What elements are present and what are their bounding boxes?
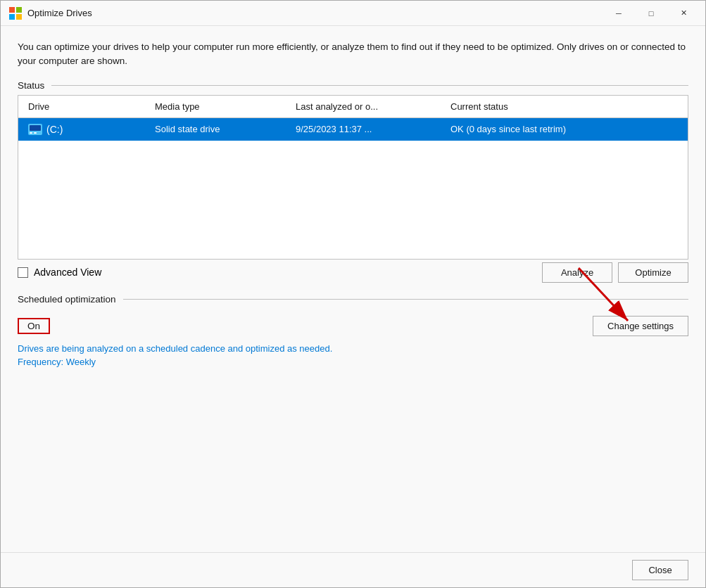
drive-cell: (C:) <box>24 121 151 138</box>
table-body: (C:) Solid state drive 9/25/2023 11:37 .… <box>18 118 688 259</box>
footer: Close <box>1 552 705 587</box>
drives-table: Drive Media type Last analyzed or o... C… <box>18 95 688 260</box>
col-media-type: Media type <box>151 98 291 115</box>
status-section-divider <box>51 85 688 86</box>
current-status-cell: OK (0 days since last retrim) <box>446 121 682 137</box>
scheduled-row: On Change settings <box>18 316 688 336</box>
scheduled-section-header: Scheduled optimization <box>18 294 688 305</box>
media-type-cell: Solid state drive <box>151 121 291 137</box>
col-current-status: Current status <box>446 98 682 115</box>
change-settings-button[interactable]: Change settings <box>593 316 688 336</box>
scheduled-section-title: Scheduled optimization <box>18 294 116 305</box>
scheduled-section: Scheduled optimization On Change setting… <box>18 294 688 367</box>
title-bar-left: Optimize Drives <box>9 7 92 20</box>
table-row[interactable]: (C:) Solid state drive 9/25/2023 11:37 .… <box>18 118 688 141</box>
maximize-button[interactable]: □ <box>635 3 667 24</box>
footer-close-button[interactable]: Close <box>632 560 688 580</box>
actions-row: Advanced View Analyze Optimize <box>18 262 688 283</box>
analyze-button[interactable]: Analyze <box>542 262 612 283</box>
title-bar: Optimize Drives ─ □ ✕ <box>1 1 705 26</box>
description-text: You can optimize your drives to help you… <box>18 40 688 69</box>
col-drive: Drive <box>24 98 151 115</box>
app-icon <box>9 7 22 20</box>
scheduled-section-divider <box>123 299 688 300</box>
close-button[interactable]: ✕ <box>667 3 700 24</box>
advanced-view-container: Advanced View <box>18 267 101 278</box>
table-header: Drive Media type Last analyzed or o... C… <box>18 96 688 118</box>
scheduled-frequency: Frequency: Weekly <box>18 357 688 367</box>
col-last-analyzed: Last analyzed or o... <box>291 98 446 115</box>
optimize-drives-window: Optimize Drives ─ □ ✕ You can optimize y… <box>0 0 706 588</box>
scheduled-description: Drives are being analyzed on a scheduled… <box>18 343 688 354</box>
drive-icon <box>28 124 42 135</box>
optimize-button[interactable]: Optimize <box>618 262 688 283</box>
last-analyzed-cell: 9/25/2023 11:37 ... <box>291 121 446 137</box>
advanced-view-checkbox[interactable] <box>18 267 28 278</box>
status-section-title: Status <box>18 80 44 91</box>
scheduled-info: Drives are being analyzed on a scheduled… <box>18 343 688 367</box>
drive-label: (C:) <box>46 124 63 135</box>
minimize-button[interactable]: ─ <box>603 3 635 24</box>
status-section-header: Status <box>18 80 688 91</box>
title-bar-controls: ─ □ ✕ <box>603 3 700 24</box>
drive-action-buttons: Analyze Optimize <box>542 262 688 283</box>
svg-rect-3 <box>34 132 37 134</box>
svg-rect-2 <box>30 132 32 134</box>
advanced-view-label: Advanced View <box>34 267 101 278</box>
main-content: You can optimize your drives to help you… <box>1 26 705 552</box>
status-section: Status Drive Media type Last analyzed or… <box>18 80 688 283</box>
on-badge: On <box>18 318 50 334</box>
window-title: Optimize Drives <box>27 8 92 18</box>
svg-rect-1 <box>30 125 41 131</box>
